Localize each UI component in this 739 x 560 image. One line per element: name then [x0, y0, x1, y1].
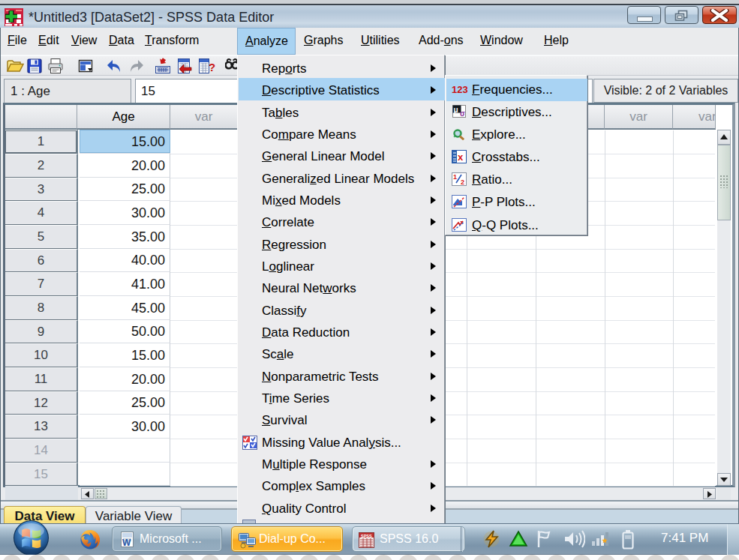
svg-text:σ: σ — [460, 109, 465, 118]
svg-text:μ: μ — [454, 106, 458, 114]
svg-text:?: ? — [209, 61, 215, 73]
svg-text:2: 2 — [461, 178, 464, 186]
svg-text:W: W — [122, 538, 131, 548]
svg-text:123: 123 — [452, 84, 467, 95]
svg-text:x: x — [458, 151, 464, 163]
svg-text:1: 1 — [453, 173, 457, 181]
svg-text:SPSS: SPSS — [361, 534, 372, 538]
